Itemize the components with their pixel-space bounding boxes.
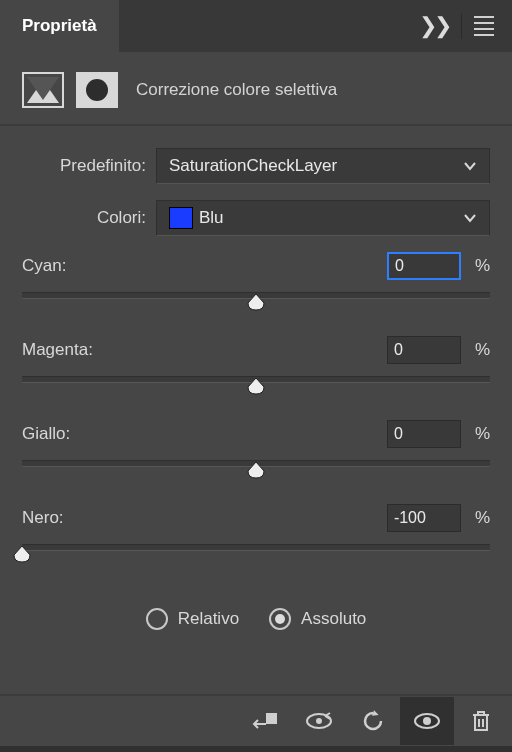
panel-menu-icon[interactable] <box>474 16 494 36</box>
toggle-visibility-button[interactable] <box>400 697 454 745</box>
yellow-slider[interactable] <box>22 460 490 480</box>
slider-thumb[interactable] <box>13 546 31 563</box>
radio-icon <box>269 608 291 630</box>
colors-dropdown[interactable]: Blu <box>156 200 490 236</box>
percent-sign: % <box>475 340 490 360</box>
colors-label: Colori: <box>22 208 156 228</box>
preset-dropdown[interactable]: SaturationCheckLayer <box>156 148 490 184</box>
chevron-down-icon <box>463 213 477 223</box>
chevron-down-icon <box>463 161 477 171</box>
yellow-label: Giallo: <box>22 424 387 444</box>
radio-absolute[interactable]: Assoluto <box>269 608 366 630</box>
tab-label: Proprietà <box>22 16 97 36</box>
magenta-label: Magenta: <box>22 340 387 360</box>
tab-properties[interactable]: Proprietà <box>0 0 119 52</box>
svg-rect-0 <box>266 713 277 724</box>
black-slider[interactable] <box>22 544 490 564</box>
radio-icon <box>146 608 168 630</box>
cyan-label: Cyan: <box>22 256 387 276</box>
clip-to-layer-button[interactable] <box>238 697 292 745</box>
percent-sign: % <box>475 424 490 444</box>
percent-sign: % <box>475 508 490 528</box>
color-swatch <box>169 207 193 229</box>
svg-point-2 <box>316 718 322 724</box>
delete-button[interactable] <box>454 697 508 745</box>
slider-thumb[interactable] <box>247 294 265 311</box>
black-label: Nero: <box>22 508 387 528</box>
percent-sign: % <box>475 256 490 276</box>
separator <box>461 13 462 39</box>
adjustment-title: Correzione colore selettiva <box>136 80 337 100</box>
selective-color-icon[interactable] <box>22 72 64 108</box>
preset-value: SaturationCheckLayer <box>169 156 337 176</box>
panel-footer <box>0 694 512 746</box>
colors-value: Blu <box>199 208 224 228</box>
panel-tabbar: Proprietà ❯❯ <box>0 0 512 52</box>
radio-label: Relativo <box>178 609 239 629</box>
radio-label: Assoluto <box>301 609 366 629</box>
magenta-slider[interactable] <box>22 376 490 396</box>
slider-thumb[interactable] <box>247 378 265 395</box>
magenta-input[interactable] <box>387 336 461 364</box>
collapse-icon[interactable]: ❯❯ <box>419 13 449 39</box>
svg-point-4 <box>423 717 431 725</box>
method-radios: Relativo Assoluto <box>22 608 490 630</box>
cyan-slider[interactable] <box>22 292 490 312</box>
slider-thumb[interactable] <box>247 462 265 479</box>
radio-relative[interactable]: Relativo <box>146 608 239 630</box>
layer-mask-icon[interactable] <box>76 72 118 108</box>
adjustment-header: Correzione colore selettiva <box>0 52 512 124</box>
cyan-input[interactable] <box>387 252 461 280</box>
black-input[interactable] <box>387 504 461 532</box>
reset-button[interactable] <box>346 697 400 745</box>
yellow-input[interactable] <box>387 420 461 448</box>
view-previous-button[interactable] <box>292 697 346 745</box>
preset-label: Predefinito: <box>22 156 156 176</box>
